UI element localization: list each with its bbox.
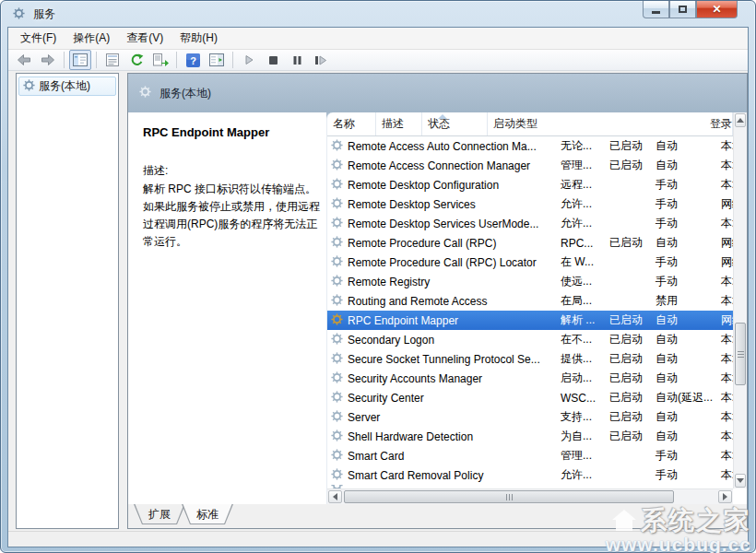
table-row[interactable]: Security Center WSC... 已启动 自动(延迟... 本地 xyxy=(327,388,733,407)
service-startup-cell: 自动 xyxy=(650,312,715,328)
column-header-description[interactable]: 描述 xyxy=(376,112,422,135)
table-row[interactable]: Secondary Logon 在不... 已启动 自动 本地 xyxy=(327,330,733,349)
column-header-status[interactable]: 状态 xyxy=(422,112,488,135)
gear-icon xyxy=(331,449,343,461)
service-desc-cell: 管理... xyxy=(555,448,604,464)
gear-icon xyxy=(331,429,343,441)
description-panel: RPC Endpoint Mapper 描述: 解析 RPC 接口标识符以传输端… xyxy=(128,112,326,504)
properties-button[interactable] xyxy=(101,50,124,70)
window-controls: ✕ xyxy=(643,1,738,18)
gear-icon xyxy=(331,217,343,229)
service-startup-cell: 禁用 xyxy=(650,293,715,309)
forward-button[interactable] xyxy=(37,50,59,70)
table-row[interactable]: Remote Registry 使远... 手动 本地 xyxy=(327,272,733,291)
service-startup-cell: 自动 xyxy=(650,351,715,367)
service-desc-cell: 管理... xyxy=(555,158,604,173)
service-logon-cell: 本地 xyxy=(715,371,733,386)
gear-icon xyxy=(331,352,343,364)
vertical-scrollbar-thumb[interactable] xyxy=(735,323,746,385)
back-button[interactable] xyxy=(13,50,35,70)
service-status-cell: 已启动 xyxy=(604,390,650,406)
show-console-tree-button[interactable] xyxy=(69,50,91,70)
export-list-button[interactable] xyxy=(149,50,171,70)
service-desc-cell: 使远... xyxy=(555,274,604,289)
table-row[interactable]: Smart Card Removal Policy 允许... 手动 本地 xyxy=(327,465,733,485)
service-name-cell: Remote Desktop Configuration xyxy=(327,178,555,193)
table-row[interactable]: Remote Access Connection Manager 管理... 已… xyxy=(327,156,733,175)
service-logon-cell: 本地 xyxy=(715,351,733,367)
table-row[interactable]: Secure Socket Tunneling Protocol Se... 提… xyxy=(327,349,733,369)
service-logon-cell: 本地 xyxy=(715,409,733,425)
service-name-cell: Security Accounts Manager xyxy=(327,371,555,386)
column-header-startup-type[interactable]: 启动类型 xyxy=(488,112,704,135)
service-name-cell: Remote Registry xyxy=(327,275,555,289)
tab-extended[interactable]: 扩展 xyxy=(134,504,185,524)
service-name-cell: Smart Card xyxy=(327,449,555,464)
tab-standard[interactable]: 标准 xyxy=(182,504,233,524)
gear-icon xyxy=(331,255,343,267)
scroll-down-button[interactable] xyxy=(735,474,746,488)
menu-help[interactable]: 帮助(H) xyxy=(171,27,226,50)
gear-icon xyxy=(331,371,343,383)
service-logon-cell: 本地 xyxy=(715,467,733,483)
restart-service-button[interactable] xyxy=(310,50,332,70)
properties-icon xyxy=(106,53,119,66)
service-status-cell: 已启动 xyxy=(604,332,650,347)
service-status-cell: 已启动 xyxy=(604,235,650,251)
table-row[interactable]: Security Accounts Manager 启动... 已启动 自动 本… xyxy=(327,369,733,388)
column-header-logon[interactable]: 登录 xyxy=(704,112,733,135)
service-startup-cell: 自动 xyxy=(650,138,715,154)
table-row[interactable]: Routing and Remote Access 在局... 禁用 本地 xyxy=(327,291,733,311)
scroll-right-button[interactable] xyxy=(718,490,732,503)
horizontal-scrollbar-thumb[interactable] xyxy=(344,490,674,503)
scroll-right-icon xyxy=(723,493,727,500)
service-startup-cell: 手动 xyxy=(650,467,715,483)
sort-ascending-icon xyxy=(438,114,447,119)
app-body: 文件(F) 操作(A) 查看(V) 帮助(H) xyxy=(7,27,749,547)
toolbar-separator xyxy=(96,52,97,68)
help-button[interactable]: ? xyxy=(182,50,204,70)
tree-item-services-local[interactable]: 服务(本地) xyxy=(18,76,116,96)
table-row[interactable]: Remote Procedure Call (RPC) RPC... 已启动 自… xyxy=(327,233,733,253)
service-desc-cell: 在不... xyxy=(555,332,604,347)
gear-icon xyxy=(331,275,343,287)
vertical-scrollbar[interactable] xyxy=(733,112,747,488)
refresh-button[interactable] xyxy=(125,50,148,70)
table-row[interactable]: Remote Desktop Services 允许... 手动 网络 xyxy=(327,194,733,214)
table-row[interactable]: Remote Desktop Configuration 远程... 手动 本地 xyxy=(327,175,733,194)
tree-item-label: 服务(本地) xyxy=(39,78,90,94)
table-row[interactable]: Shell Hardware Detection 为自... 已启动 自动 本地 xyxy=(327,427,733,446)
close-button[interactable]: ✕ xyxy=(696,1,738,18)
horizontal-scrollbar[interactable] xyxy=(327,488,733,504)
scroll-up-icon xyxy=(737,118,744,123)
service-desc-cell: 为自... xyxy=(555,429,604,444)
menu-action[interactable]: 操作(A) xyxy=(65,27,118,50)
scroll-down-icon xyxy=(737,478,744,483)
service-logon-cell: 本地 xyxy=(715,390,733,406)
table-row[interactable]: Remote Desktop Services UserMode... 允许..… xyxy=(327,214,733,233)
titlebar[interactable]: 服务 ✕ xyxy=(7,1,749,27)
menu-view[interactable]: 查看(V) xyxy=(118,27,171,50)
start-service-button[interactable] xyxy=(238,50,260,70)
pause-service-button[interactable] xyxy=(286,50,308,70)
extended-view: RPC Endpoint Mapper 描述: 解析 RPC 接口标识符以传输端… xyxy=(128,112,747,504)
table-row[interactable]: Server 支持... 已启动 自动 本地 xyxy=(327,407,733,427)
show-action-pane-button[interactable] xyxy=(206,50,228,70)
service-name-cell: Security Center xyxy=(327,391,555,406)
table-row[interactable]: Smart Card 管理... 手动 本地 xyxy=(327,446,733,465)
scroll-left-button[interactable] xyxy=(328,490,342,503)
service-startup-cell: 手动 xyxy=(650,254,715,270)
table-row[interactable]: Remote Procedure Call (RPC) Locator 在 W.… xyxy=(327,253,733,272)
maximize-button[interactable] xyxy=(669,1,696,18)
table-row[interactable]: RPC Endpoint Mapper 解析 ... 已启动 自动 网络 xyxy=(327,311,733,330)
minimize-button[interactable] xyxy=(643,1,669,18)
menu-file[interactable]: 文件(F) xyxy=(12,27,65,50)
column-header-name[interactable]: 名称 xyxy=(327,112,376,135)
selected-service-title: RPC Endpoint Mapper xyxy=(143,125,317,139)
service-status-cell: 已启动 xyxy=(604,312,650,328)
scroll-up-button[interactable] xyxy=(735,113,746,127)
table-row[interactable]: Remote Access Auto Connection Ma... 无论..… xyxy=(327,136,733,156)
stop-service-icon xyxy=(268,55,278,65)
stop-service-button[interactable] xyxy=(262,50,284,70)
service-desc-cell: 支持... xyxy=(555,409,604,425)
